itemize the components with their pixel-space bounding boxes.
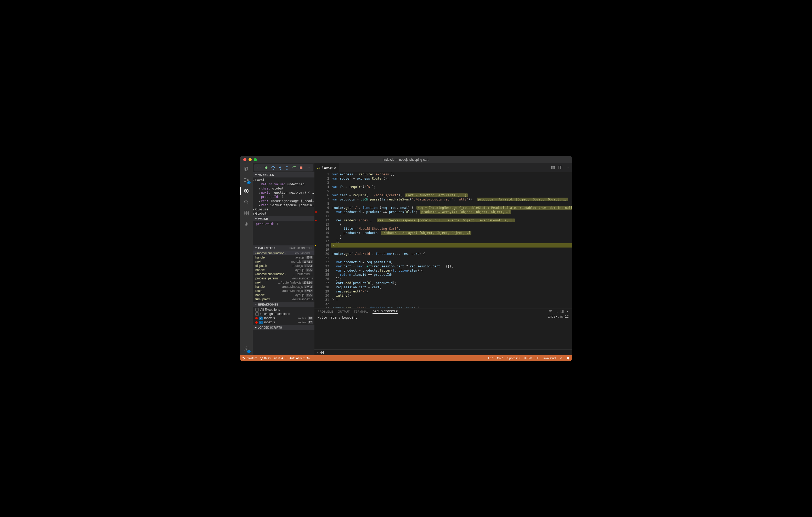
filter-icon[interactable] bbox=[549, 309, 552, 314]
chevron-up-icon[interactable]: ︿ bbox=[555, 310, 558, 314]
bell-icon[interactable] bbox=[567, 357, 570, 360]
step-over-icon[interactable] bbox=[270, 165, 276, 171]
maximize-panel-icon[interactable] bbox=[560, 310, 564, 314]
debug-repl[interactable]: › bbox=[314, 349, 572, 355]
callstack-frame[interactable]: nextroute.js137:13 bbox=[253, 260, 314, 264]
variable-row[interactable]: ▶productId: 1 bbox=[253, 195, 314, 199]
search-icon[interactable] bbox=[243, 199, 250, 206]
callstack-frame[interactable]: (anonymous function).../routes/ind… bbox=[253, 251, 314, 255]
watch-row[interactable]: productId: 1 bbox=[253, 222, 314, 226]
checkbox-icon[interactable] bbox=[255, 308, 259, 311]
checkbox-icon[interactable]: ✓ bbox=[259, 316, 263, 320]
breakpoints-header[interactable]: ▼Breakpoints bbox=[253, 302, 314, 307]
breakpoint-icon bbox=[255, 321, 258, 324]
maximize-window-icon[interactable] bbox=[254, 158, 257, 161]
callstack-frame[interactable]: handlelayer.js95:5 bbox=[253, 268, 314, 272]
drag-handle-icon[interactable]: ⋮⋮ bbox=[256, 167, 262, 169]
variables-body: ▼Local ▶Return value: undefined▶this: gl… bbox=[253, 178, 314, 216]
debug-sidebar: ⋮⋮ ⋯ ▼Variables ▼Local ▶Return value: un… bbox=[253, 163, 314, 355]
svg-point-16 bbox=[280, 169, 281, 170]
close-window-icon[interactable] bbox=[243, 158, 246, 161]
bp-uncaught-exceptions[interactable]: Uncaught Exceptions bbox=[253, 312, 314, 316]
more-actions-icon[interactable]: ⋯ bbox=[566, 166, 569, 170]
scm-icon[interactable]: 4 bbox=[243, 176, 250, 184]
continue-icon[interactable] bbox=[263, 165, 269, 171]
bp-all-exceptions[interactable]: All Exceptions bbox=[253, 308, 314, 312]
tab-index-js[interactable]: JS index.js × bbox=[314, 163, 339, 172]
callstack-frame[interactable]: process_params.../router/index.js bbox=[253, 276, 314, 280]
panel-tab[interactable]: Debug Console bbox=[373, 310, 398, 314]
close-tab-icon[interactable]: × bbox=[334, 166, 336, 170]
debug-console-output: Hallo from a Logpoint index.js:12 bbox=[314, 315, 572, 349]
checkbox-icon[interactable]: ✓ bbox=[259, 321, 263, 324]
callstack-frame[interactable]: dispatchroute.js112:3 bbox=[253, 264, 314, 268]
auto-attach[interactable]: Auto Attach: On bbox=[289, 357, 310, 360]
code-editor[interactable]: 1234567891011121314151617181920212223242… bbox=[314, 172, 572, 308]
language-status[interactable]: JavaScript bbox=[543, 357, 556, 360]
scm-badge: 4 bbox=[247, 181, 251, 184]
scope-closure[interactable]: ▶Closure bbox=[253, 207, 314, 211]
variable-row[interactable]: ▶this: global bbox=[253, 186, 314, 190]
status-bar: master* 0↓ 2↑ 0 0 Auto Attach: On Ln 18,… bbox=[240, 355, 572, 361]
panel-tab[interactable]: Terminal bbox=[354, 310, 368, 313]
split-editor-icon[interactable] bbox=[558, 165, 562, 171]
cursor-position[interactable]: Ln 18, Col 1 bbox=[488, 357, 503, 360]
variable-row[interactable]: ▶next: function next(err) { … } bbox=[253, 190, 314, 195]
sync-status[interactable]: 0↓ 2↑ bbox=[260, 357, 271, 360]
panel-tab[interactable]: Output bbox=[338, 310, 349, 313]
step-out-icon[interactable] bbox=[284, 165, 290, 171]
breakpoint-row[interactable]: ✓index.jsroutes10 bbox=[253, 316, 314, 320]
callstack-frame[interactable]: trim_prefix.../router/index.js bbox=[253, 297, 314, 301]
minimize-window-icon[interactable] bbox=[249, 158, 252, 161]
feedback-icon[interactable]: ☺ bbox=[560, 357, 563, 360]
callstack-header[interactable]: ▼Call StackPaused on step bbox=[253, 245, 314, 251]
variable-row[interactable]: ▶req: IncomingMessage {_readableSt… bbox=[253, 199, 314, 203]
repl-input[interactable] bbox=[320, 351, 570, 355]
indent-status[interactable]: Spaces: 2 bbox=[507, 357, 520, 360]
close-panel-icon[interactable]: ✕ bbox=[567, 310, 569, 313]
callstack-frame[interactable]: handlelayer.js95:5 bbox=[253, 255, 314, 260]
callstack-frame[interactable]: next.../router/index.js275:10 bbox=[253, 280, 314, 285]
explorer-icon[interactable] bbox=[243, 165, 250, 173]
loaded-scripts-header[interactable]: ▶Loaded Scripts bbox=[253, 325, 314, 330]
more-icon[interactable]: ⋯ bbox=[306, 165, 311, 171]
azure-icon[interactable] bbox=[243, 220, 250, 227]
scope-global[interactable]: ▶Global bbox=[253, 211, 314, 216]
checkbox-icon[interactable] bbox=[255, 312, 259, 316]
svg-rect-18 bbox=[300, 166, 302, 169]
svg-point-4 bbox=[247, 180, 249, 181]
svg-point-2 bbox=[244, 178, 245, 179]
compare-icon[interactable] bbox=[551, 165, 555, 171]
variables-header[interactable]: ▼Variables bbox=[253, 172, 314, 178]
stop-icon[interactable] bbox=[298, 165, 304, 171]
callstack-frame[interactable]: (anonymous function).../router/ind… bbox=[253, 272, 314, 276]
scope-local[interactable]: ▼Local bbox=[253, 178, 314, 182]
step-into-icon[interactable] bbox=[278, 165, 283, 171]
debug-icon[interactable] bbox=[243, 187, 250, 195]
extensions-icon[interactable] bbox=[243, 209, 250, 217]
svg-point-15 bbox=[272, 169, 273, 170]
window-title: index.js — nodejs-shopping-cart bbox=[240, 158, 572, 161]
svg-line-7 bbox=[244, 189, 249, 193]
svg-point-14 bbox=[245, 348, 247, 350]
panel-tab[interactable]: Problems bbox=[318, 310, 334, 313]
variable-row[interactable]: ▶res: ServerResponse {domain: null… bbox=[253, 203, 314, 207]
callstack-frame[interactable]: handle.../router/index.js174:3 bbox=[253, 285, 314, 289]
encoding-status[interactable]: UTF-8 bbox=[524, 357, 532, 360]
js-file-icon: JS bbox=[317, 166, 320, 170]
svg-line-9 bbox=[247, 203, 249, 204]
svg-point-28 bbox=[243, 357, 243, 358]
eol-status[interactable]: LF bbox=[536, 357, 539, 360]
paused-status: Paused on step bbox=[289, 247, 312, 250]
console-source-link[interactable]: index.js:12 bbox=[548, 315, 569, 318]
restart-icon[interactable] bbox=[291, 165, 297, 171]
settings-icon[interactable]: 1 bbox=[243, 345, 250, 353]
problems-status[interactable]: 0 0 bbox=[274, 357, 286, 360]
watch-header[interactable]: ▼Watch bbox=[253, 216, 314, 221]
callstack-frame[interactable]: router.../router/index.js47:12 bbox=[253, 289, 314, 293]
variable-row[interactable]: ▶Return value: undefined bbox=[253, 182, 314, 186]
breakpoint-row[interactable]: ✓index.jsroutes12 bbox=[253, 320, 314, 324]
git-branch[interactable]: master* bbox=[242, 357, 257, 360]
svg-point-17 bbox=[287, 169, 288, 170]
callstack-frame[interactable]: handlelayer.js95:5 bbox=[253, 293, 314, 297]
